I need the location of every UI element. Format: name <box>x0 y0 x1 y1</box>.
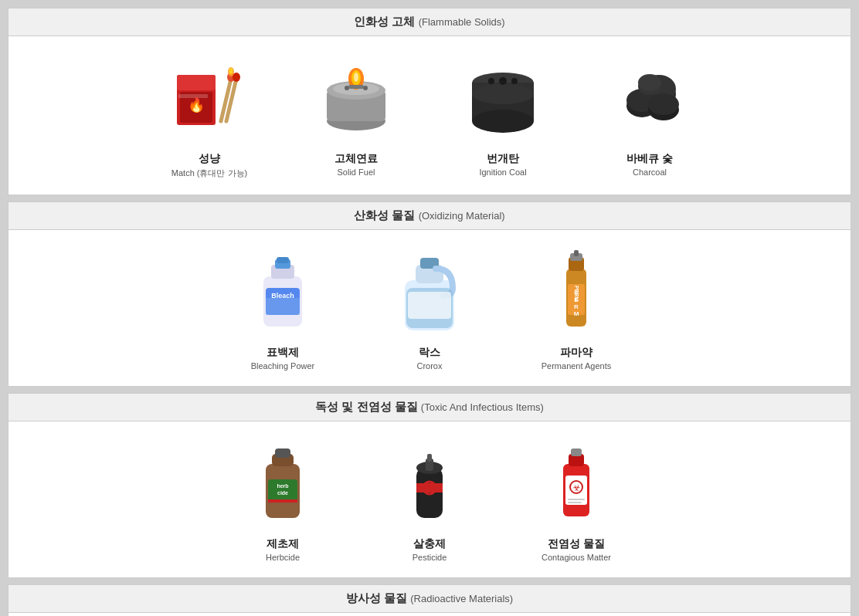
bleach-english: Bleaching Power <box>251 361 315 371</box>
radioactive-title-korean: 방사성 물질 <box>346 591 407 604</box>
svg-rect-47 <box>277 257 289 263</box>
pesticide-korean: 살충제 <box>413 537 446 551</box>
svg-rect-86 <box>568 499 585 500</box>
flammable-title-korean: 인화성 고체 <box>354 15 415 28</box>
contagious-korean: 전염성 물질 <box>548 537 605 551</box>
solid-fuel-icon <box>310 52 402 144</box>
item-clorox: 락스 Crorox <box>379 245 480 371</box>
svg-rect-1 <box>177 75 216 90</box>
svg-rect-21 <box>348 85 364 89</box>
clorox-english: Crorox <box>416 361 442 371</box>
toxic-title-english: (Toxic And Infectious Items) <box>421 401 544 413</box>
item-match: 🔥 성냥 Match (휴대만 가능) <box>159 52 260 179</box>
toxic-items-row: herb cide 제초제 Herbcide <box>8 421 851 577</box>
contagious-icon: ☣ <box>530 437 623 530</box>
section-toxic: 독성 및 전염성 물질 (Toxic And Infectious Items) <box>8 393 851 578</box>
section-oxidizing-header: 산화성 물질 (Oxidizing Material) <box>8 202 851 230</box>
item-perm: PERM P E R M 파마약 Permanent Agents <box>526 245 626 371</box>
herbicide-icon: herb cide <box>236 437 329 530</box>
svg-point-20 <box>354 73 358 82</box>
charcoal-icon <box>603 52 696 144</box>
svg-rect-55 <box>408 292 451 319</box>
perm-english: Permanent Agents <box>542 361 612 371</box>
svg-rect-50 <box>266 298 300 315</box>
item-herbicide: herb cide 제초제 Herbcide <box>233 437 333 562</box>
oxidizing-title-english: (Oxidizing Material) <box>419 210 505 222</box>
svg-point-43 <box>638 74 661 91</box>
solid-fuel-korean: 고체연료 <box>334 152 378 166</box>
pesticide-icon <box>383 437 476 530</box>
pesticide-english: Pesticide <box>413 553 447 562</box>
oxidizing-title-korean: 산화성 물질 <box>354 208 415 222</box>
match-english: Match (휴대만 가능) <box>171 168 247 179</box>
item-solid-fuel: 고체연료 Solid Fuel <box>306 52 406 177</box>
svg-text:☣: ☣ <box>572 482 581 493</box>
svg-point-24 <box>472 110 534 133</box>
section-flammable-header: 인화성 고체 (Flammable Solids) <box>8 8 851 36</box>
svg-text:R: R <box>574 303 579 310</box>
item-charcoal: 바베큐 숯 Charcoal <box>599 52 700 177</box>
clorox-korean: 락스 <box>419 346 440 360</box>
svg-rect-76 <box>427 454 432 462</box>
svg-point-8 <box>229 68 233 74</box>
svg-text:E: E <box>574 296 579 303</box>
svg-text:P: P <box>574 289 579 296</box>
svg-rect-87 <box>568 502 582 503</box>
svg-text:herb: herb <box>277 483 288 489</box>
charcoal-korean: 바베큐 숯 <box>626 152 673 166</box>
flammable-items-row: 🔥 성냥 Match (휴대만 가능) <box>8 36 851 195</box>
herbicide-english: Herbcide <box>266 553 300 562</box>
section-oxidizing: 산화성 물질 (Oxidizing Material) <box>8 201 851 387</box>
svg-rect-68 <box>275 448 290 458</box>
svg-rect-59 <box>574 250 579 256</box>
solid-fuel-english: Solid Fuel <box>338 168 375 177</box>
section-radioactive: 방사성 물질 (Radioactive Materials) <box>8 584 851 616</box>
svg-point-35 <box>511 78 518 84</box>
svg-text:🔥: 🔥 <box>188 96 205 113</box>
bleach-korean: 표백제 <box>267 346 299 360</box>
section-radioactive-header: 방사성 물질 (Radioactive Materials) <box>8 585 851 613</box>
contagious-english: Contagious Matter <box>542 553 611 562</box>
svg-point-33 <box>499 77 507 85</box>
charcoal-english: Charcoal <box>633 168 667 177</box>
radioactive-items-row: CAUTION 방사성 동위원소 Radioisotope <box>8 613 851 616</box>
item-bleach: Bleach 표백제 Bleaching Power <box>233 245 333 371</box>
section-toxic-header: 독성 및 전염성 물질 (Toxic And Infectious Items) <box>8 394 851 421</box>
item-contagious: ☣ 전염성 물질 Contagious Matter <box>526 437 626 562</box>
svg-point-41 <box>648 93 679 115</box>
item-pesticide: 살충제 Pesticide <box>379 437 480 562</box>
svg-text:M: M <box>574 310 579 317</box>
match-korean: 성냥 <box>199 152 220 166</box>
herbicide-korean: 제초제 <box>267 537 299 551</box>
perm-icon: PERM P E R M <box>530 245 623 338</box>
match-icon: 🔥 <box>163 52 256 144</box>
ignition-coal-korean: 번개탄 <box>487 152 519 166</box>
svg-text:cide: cide <box>277 490 288 496</box>
flammable-title-english: (Flammable Solids) <box>419 16 505 28</box>
perm-korean: 파마약 <box>560 346 592 360</box>
svg-point-32 <box>472 84 534 104</box>
svg-rect-82 <box>571 448 582 456</box>
svg-point-34 <box>488 78 494 84</box>
ignition-coal-icon <box>457 52 549 144</box>
radioactive-title-english: (Radioactive Materials) <box>410 593 513 604</box>
section-flammable: 인화성 고체 (Flammable Solids) <box>8 8 851 195</box>
page-container: 인화성 고체 (Flammable Solids) <box>8 8 851 616</box>
toxic-title-korean: 독성 및 전염성 물질 <box>315 400 418 413</box>
item-ignition-coal: 번개탄 Ignition Coal <box>453 52 553 177</box>
oxidizing-items-row: Bleach 표백제 Bleaching Power <box>8 230 851 386</box>
bleach-icon: Bleach <box>236 245 329 338</box>
svg-rect-72 <box>268 499 297 503</box>
clorox-icon <box>383 245 476 338</box>
ignition-coal-english: Ignition Coal <box>479 168 526 177</box>
